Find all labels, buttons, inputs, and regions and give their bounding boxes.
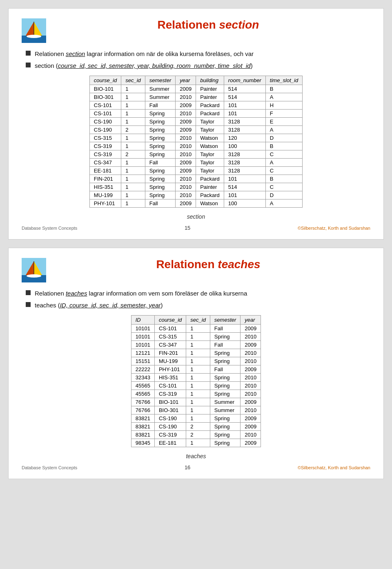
bullet-icon-3 <box>26 290 31 295</box>
table-row: 83821CS-1901Spring2009 <box>131 414 261 423</box>
svg-point-11 <box>27 274 41 278</box>
slide-1-title: Relationen section <box>46 18 370 31</box>
table-row: BIO-3011Summer2010Painter514A <box>89 93 302 101</box>
table-row: 10101CS-3471Fall2009 <box>131 341 261 349</box>
table-row: 22222PHY-1011Fall2009 <box>131 365 261 374</box>
table-row: FIN-2011Spring2010Packard101B <box>89 175 302 183</box>
col-course-id-2: course_id <box>154 316 186 325</box>
slide-2-table-caption: teaches <box>22 453 370 459</box>
table-row: 32343HIS-3511Spring2010 <box>131 374 261 382</box>
table-row: PHY-1011Fall2009Watson100A <box>89 199 302 208</box>
col-id: ID <box>131 316 154 325</box>
slide-2-copyright: ©Silberschatz, Korth and Sudarshan <box>298 465 370 470</box>
slide-1-bullet-2: section (course_id, sec_id, semester, ye… <box>26 61 370 70</box>
slide-2-title: Relationen teaches <box>46 258 370 271</box>
col-building: building <box>196 76 224 85</box>
col-course-id: course_id <box>89 76 121 85</box>
slide-2-number: 16 <box>185 464 190 470</box>
slide-2-bullet-2-text: teaches (ID, course_id, sec_id, semester… <box>35 301 163 309</box>
slide-1-bullet-1-text: Relationen section lagrar information om… <box>35 49 254 58</box>
slide-1-bullet-2-text: section (course_id, sec_id, semester, ye… <box>35 61 253 70</box>
slide-2-bullet-2: teaches (ID, course_id, sec_id, semester… <box>26 301 370 309</box>
table-row: 76766BIO-3011Summer2010 <box>131 406 261 414</box>
table-row: CS-3192Spring2010Taylor3128C <box>89 150 302 159</box>
slide-2: Relationen teaches Relationen teaches la… <box>8 248 384 479</box>
slide-2-footer: Database System Concepts 16 ©Silberschat… <box>22 464 370 470</box>
slide-2-bullets: Relationen teaches lagrar information om… <box>26 289 370 309</box>
bullet-icon-1 <box>26 51 31 56</box>
table-row: 83821CS-3192Spring2010 <box>131 431 261 439</box>
slide-2-title-area: Relationen teaches <box>46 258 370 271</box>
slide-1-header: Relationen section <box>22 18 370 43</box>
col-semester: semester <box>145 76 175 85</box>
logo-icon-2 <box>22 258 46 282</box>
slide-2-bullet-1: Relationen teaches lagrar information om… <box>26 289 370 298</box>
slide-2-table: ID course_id sec_id semester year 10101C… <box>131 315 261 447</box>
col-semester-2: semester <box>210 316 240 325</box>
logo-icon <box>22 18 46 43</box>
slide-1-bullets: Relationen section lagrar information om… <box>26 49 370 70</box>
slide-1-number: 15 <box>185 225 190 231</box>
table-row: 98345EE-1811Spring2009 <box>131 439 261 447</box>
slide-1-title-area: Relationen section <box>46 18 370 31</box>
table-row: 76766BIO-1011Summer2009 <box>131 398 261 406</box>
col-year: year <box>176 76 196 85</box>
table-row: CS-3471Fall2009Taylor3128A <box>89 159 302 167</box>
table-row: 45565CS-3191Spring2010 <box>131 390 261 398</box>
table-row: CS-3151Spring2010Watson120D <box>89 134 302 142</box>
bullet-icon-2 <box>26 63 31 67</box>
slide-1-bullet-1: Relationen section lagrar information om… <box>26 49 370 58</box>
table-row: CS-1901Spring2009Taylor3128E <box>89 118 302 126</box>
bullet-icon-4 <box>26 302 31 307</box>
table-row: CS-1011Fall2009Packard101H <box>89 101 302 110</box>
table-row: BIO-1011Summer2009Painter514B <box>89 85 302 93</box>
col-room-number: room_number <box>224 76 265 85</box>
table-row: CS-1902Spring2009Taylor3128A <box>89 126 302 134</box>
slide-2-header: Relationen teaches <box>22 258 370 282</box>
col-sec-id: sec_id <box>121 76 145 85</box>
table-row: 10101CS-1011Fall2009 <box>131 325 261 333</box>
slide-1-copyright: ©Silberschatz, Korth and Sudarshan <box>298 226 370 231</box>
table-row: CS-1011Spring2010Packard101F <box>89 110 302 118</box>
slide-1: Relationen section Relationen section la… <box>8 8 384 240</box>
slide-1-footer: Database System Concepts 15 ©Silberschat… <box>22 225 370 231</box>
col-year-2: year <box>241 316 261 325</box>
table-row: MU-1991Spring2010Packard101D <box>89 191 302 199</box>
slide-2-footer-left: Database System Concepts <box>22 465 77 470</box>
col-sec-id-2: sec_id <box>186 316 210 325</box>
table-row: HIS-3511Spring2010Painter514C <box>89 183 302 191</box>
table-row: 10101CS-3151Spring2010 <box>131 333 261 341</box>
table-row: CS-3191Spring2010Watson100B <box>89 142 302 150</box>
svg-point-5 <box>27 35 41 38</box>
table-row: 83821CS-1902Spring2009 <box>131 423 261 431</box>
slide-1-footer-left: Database System Concepts <box>22 226 77 231</box>
table-row: EE-1811Spring2009Taylor3128C <box>89 167 302 175</box>
table-row: 12121FIN-2011Spring2010 <box>131 349 261 357</box>
slide-1-table: course_id sec_id semester year building … <box>89 76 303 208</box>
slide-2-bullet-1-text: Relationen teaches lagrar information om… <box>35 289 247 298</box>
col-time-slot-id: time_slot_id <box>265 76 302 85</box>
table-row: 45565CS-1011Spring2010 <box>131 382 261 390</box>
slide-1-table-caption: section <box>22 213 370 220</box>
table-row: 15151MU-1991Spring2010 <box>131 357 261 365</box>
